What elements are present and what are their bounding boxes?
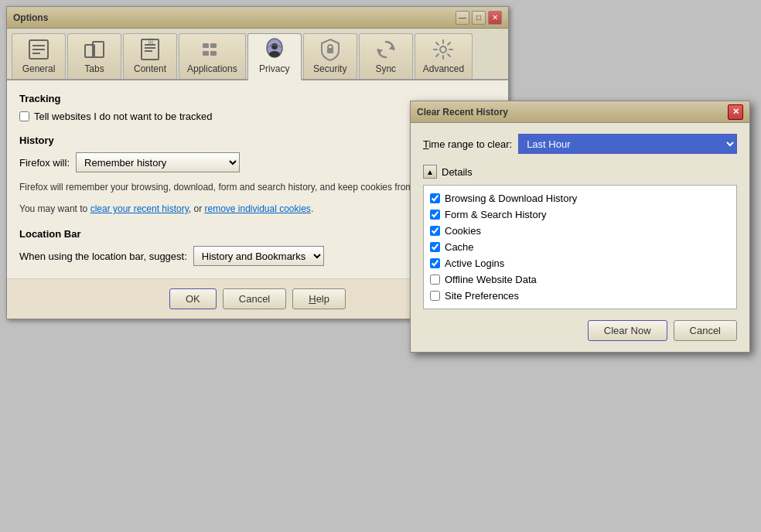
browsing-history-checkbox[interactable] bbox=[430, 193, 440, 203]
clear-history-link[interactable]: clear your recent history bbox=[90, 203, 189, 214]
svg-rect-2 bbox=[32, 49, 45, 50]
dialog-buttons: Clear Now Cancel bbox=[423, 320, 737, 341]
cache-label: Cache bbox=[445, 241, 474, 253]
svg-rect-3 bbox=[32, 53, 40, 54]
detail-item-active-logins: Active Logins bbox=[430, 255, 730, 271]
tab-sync[interactable]: Sync bbox=[359, 33, 413, 79]
dialog-cancel-button[interactable]: Cancel bbox=[674, 320, 737, 341]
cache-checkbox[interactable] bbox=[430, 242, 440, 252]
tab-tabs[interactable]: Tabs bbox=[67, 33, 121, 79]
tab-content[interactable]: 页 Content bbox=[123, 33, 177, 79]
cookies-label: Cookies bbox=[445, 225, 481, 237]
tab-security[interactable]: Security bbox=[303, 33, 357, 79]
cancel-button[interactable]: Cancel bbox=[223, 288, 286, 309]
location-suggest-dropdown[interactable]: History and Bookmarks History Bookmarks … bbox=[193, 246, 324, 266]
tab-advanced-label: Advanced bbox=[423, 63, 464, 74]
tab-sync-label: Sync bbox=[375, 63, 396, 74]
security-icon bbox=[318, 37, 343, 62]
detail-item-cookies: Cookies bbox=[430, 223, 730, 239]
dialog-titlebar: Clear Recent History ✕ bbox=[411, 101, 749, 123]
info-text-3: , or bbox=[189, 203, 205, 214]
tab-security-label: Security bbox=[313, 63, 346, 74]
site-preferences-checkbox[interactable] bbox=[430, 291, 440, 301]
help-button[interactable]: Help bbox=[292, 288, 346, 309]
info-text-2: You may want to bbox=[19, 203, 90, 214]
content-icon: 页 bbox=[138, 37, 162, 62]
svg-rect-11 bbox=[203, 43, 209, 48]
svg-rect-9 bbox=[145, 50, 152, 52]
details-toggle-button[interactable]: ▲ bbox=[423, 165, 437, 179]
details-label: Details bbox=[442, 166, 473, 178]
tab-privacy[interactable]: Privacy bbox=[247, 33, 302, 80]
tracking-checkbox[interactable] bbox=[19, 111, 29, 121]
svg-rect-14 bbox=[210, 51, 217, 56]
ok-button[interactable]: OK bbox=[169, 288, 217, 309]
options-title: Options bbox=[13, 12, 48, 23]
svg-rect-13 bbox=[203, 51, 209, 56]
suggest-label: When using the location bar, suggest: bbox=[19, 251, 187, 262]
browsing-history-label: Browsing & Download History bbox=[445, 193, 577, 204]
close-button[interactable]: ✕ bbox=[488, 11, 502, 25]
svg-text:页: 页 bbox=[148, 38, 154, 45]
active-logins-checkbox[interactable] bbox=[430, 258, 440, 268]
maximize-button[interactable]: □ bbox=[472, 11, 486, 25]
tab-tabs-label: Tabs bbox=[84, 63, 104, 74]
form-history-checkbox[interactable] bbox=[430, 210, 440, 220]
svg-rect-8 bbox=[145, 47, 155, 49]
dialog-close-button[interactable]: ✕ bbox=[728, 104, 743, 120]
time-range-label: Time range to clear: bbox=[423, 138, 512, 150]
tab-advanced[interactable]: Advanced bbox=[415, 33, 473, 79]
clear-history-dialog: Clear Recent History ✕ Time range to cle… bbox=[410, 101, 750, 353]
general-icon bbox=[26, 37, 51, 62]
svg-rect-18 bbox=[327, 48, 333, 53]
tabs-icon bbox=[82, 37, 107, 62]
applications-icon bbox=[200, 37, 224, 62]
history-dropdown[interactable]: Remember history Never remember history … bbox=[76, 152, 240, 172]
time-range-select[interactable]: Last Hour Last Two Hours Last Four Hours… bbox=[518, 134, 737, 154]
cookies-checkbox[interactable] bbox=[430, 226, 440, 236]
clear-now-button[interactable]: Clear Now bbox=[588, 320, 667, 341]
details-box: Browsing & Download History Form & Searc… bbox=[423, 185, 737, 309]
tab-bar: General Tabs 页 Content bbox=[7, 29, 508, 80]
details-header[interactable]: ▲ Details bbox=[423, 165, 737, 179]
offline-data-label: Offline Website Data bbox=[445, 274, 537, 285]
info-text-4: . bbox=[311, 203, 313, 214]
tab-applications[interactable]: Applications bbox=[179, 33, 246, 79]
svg-point-17 bbox=[269, 51, 280, 57]
svg-rect-1 bbox=[32, 45, 45, 46]
remove-cookies-link[interactable]: remove individual cookies bbox=[204, 203, 310, 214]
detail-item-cache: Cache bbox=[430, 239, 730, 255]
privacy-icon bbox=[262, 37, 287, 62]
tab-privacy-label: Privacy bbox=[259, 63, 289, 74]
advanced-icon bbox=[431, 37, 456, 62]
options-titlebar: Options — □ ✕ bbox=[7, 7, 508, 29]
active-logins-label: Active Logins bbox=[445, 257, 504, 269]
sync-icon bbox=[374, 37, 398, 62]
svg-point-16 bbox=[271, 43, 278, 49]
titlebar-buttons: — □ ✕ bbox=[456, 11, 502, 25]
offline-data-checkbox[interactable] bbox=[430, 275, 440, 285]
tab-applications-label: Applications bbox=[187, 63, 237, 74]
detail-item-offline-data: Offline Website Data bbox=[430, 271, 730, 288]
svg-point-21 bbox=[440, 46, 446, 53]
svg-rect-12 bbox=[210, 43, 217, 48]
firefox-will-label: Firefox will: bbox=[19, 157, 70, 169]
tab-general[interactable]: General bbox=[12, 33, 66, 79]
tab-general-label: General bbox=[22, 63, 56, 74]
detail-item-browsing: Browsing & Download History bbox=[430, 190, 730, 206]
dialog-content: Time range to clear: Last Hour Last Two … bbox=[411, 123, 749, 352]
form-history-label: Form & Search History bbox=[445, 209, 546, 220]
dialog-title: Clear Recent History bbox=[417, 107, 508, 118]
tracking-label: Tell websites I do not want to be tracke… bbox=[34, 111, 213, 122]
minimize-button[interactable]: — bbox=[456, 11, 469, 25]
time-range-row: Time range to clear: Last Hour Last Two … bbox=[423, 134, 737, 154]
site-preferences-label: Site Preferences bbox=[445, 290, 519, 302]
tab-content-label: Content bbox=[134, 63, 166, 74]
detail-item-site-prefs: Site Preferences bbox=[430, 288, 730, 304]
detail-item-form: Form & Search History bbox=[430, 206, 730, 223]
